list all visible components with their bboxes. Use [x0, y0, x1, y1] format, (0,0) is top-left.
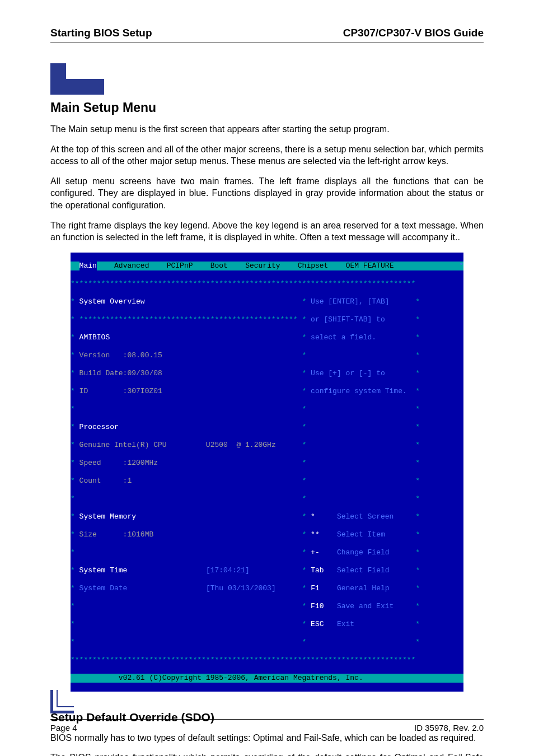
label: Processor: [79, 423, 119, 431]
key-desc: General Help: [337, 584, 390, 592]
help-text: configure system Time.: [311, 387, 407, 395]
key-desc: Select Screen: [337, 512, 394, 521]
header-left: Starting BIOS Setup: [50, 27, 152, 39]
paragraph: At the top of this screen and all of the…: [50, 143, 484, 167]
bios-copyright: v02.61 (C)Copyright 1985-2006, American …: [119, 674, 363, 682]
label: System Memory: [79, 512, 136, 521]
help-text: Use [+] or [-] to: [311, 369, 385, 377]
value: 307I0Z01: [127, 387, 162, 395]
tab-advanced[interactable]: Advanced: [114, 262, 149, 270]
value: U2500 @ 1.20GHz: [206, 441, 276, 449]
tab-main[interactable]: Main: [79, 262, 97, 270]
value: 09/30/08: [127, 369, 162, 377]
key: F10: [311, 602, 324, 610]
key-desc: Select Item: [337, 530, 385, 539]
field-system-date[interactable]: System Date: [79, 584, 128, 592]
paragraph: BIOS normally has to two types of defaul…: [50, 732, 484, 744]
box-border: ****************************************…: [71, 279, 463, 288]
field-system-time[interactable]: System Time: [79, 566, 128, 575]
svg-rect-2: [66, 79, 104, 95]
value-system-time[interactable]: [17:04:21]: [206, 566, 250, 575]
value: 08.00.15: [127, 351, 162, 360]
key: F1: [311, 584, 320, 592]
value: 1200MHz: [127, 459, 158, 467]
key-desc: Select Field: [337, 566, 390, 575]
label: Version :: [79, 351, 128, 360]
paragraph: All setup menu screens have two main fra…: [50, 175, 484, 212]
paragraph: The Main setup menu is the first screen …: [50, 123, 484, 136]
footer-right: ID 35978, Rev. 2.0: [414, 723, 484, 732]
paragraph: The right frame displays the key legend.…: [50, 220, 484, 244]
tab-oem[interactable]: OEM FEATURE: [346, 262, 394, 270]
key: **: [311, 530, 320, 539]
help-text: or [SHIFT-TAB] to: [311, 315, 385, 324]
tab-chipset[interactable]: Chipset: [298, 262, 329, 270]
label: ID :: [79, 387, 128, 395]
key: Tab: [311, 566, 324, 575]
section-heading-main: Main Setup Menu: [50, 100, 484, 115]
svg-rect-0: [50, 63, 66, 79]
label: Build Date:: [79, 369, 128, 377]
tab-boot[interactable]: Boot: [210, 262, 228, 270]
value-system-date[interactable]: [Thu 03/13/2003]: [206, 584, 276, 592]
key-desc: Exit: [337, 620, 354, 628]
key-desc: Save and Exit: [337, 602, 394, 610]
key: ESC: [311, 620, 324, 628]
help-text: Use [ENTER], [TAB]: [311, 297, 389, 306]
svg-rect-3: [66, 63, 104, 79]
label: Count :: [79, 477, 128, 485]
label: System Overview: [79, 297, 145, 306]
box-border: ****************************************…: [71, 656, 463, 665]
header-right: CP307/CP307-V BIOS Guide: [343, 27, 484, 39]
label: Speed :: [79, 459, 128, 467]
logo-icon: [50, 63, 484, 95]
tab-pcipnp[interactable]: PCIPnP: [167, 262, 193, 270]
footer-left: Page 4: [50, 723, 77, 732]
value: Genuine Intel(R) CPU: [79, 441, 167, 449]
value: 1016MB: [127, 530, 153, 539]
tab-security[interactable]: Security: [245, 262, 280, 270]
header-rule: [50, 43, 484, 43]
help-text: select a field.: [311, 333, 376, 342]
paragraph: The BIOS provides functionality which pe…: [50, 752, 484, 756]
corner-mark-icon: [50, 690, 74, 716]
label: AMIBIOS: [79, 333, 110, 342]
key: *: [311, 512, 315, 521]
svg-rect-1: [50, 79, 66, 95]
key-desc: Change Field: [337, 548, 390, 557]
label: Size :: [79, 530, 128, 539]
bios-screenshot: Main Advanced PCIPnP Boot Security Chips…: [71, 253, 463, 692]
key: +-: [311, 548, 320, 557]
